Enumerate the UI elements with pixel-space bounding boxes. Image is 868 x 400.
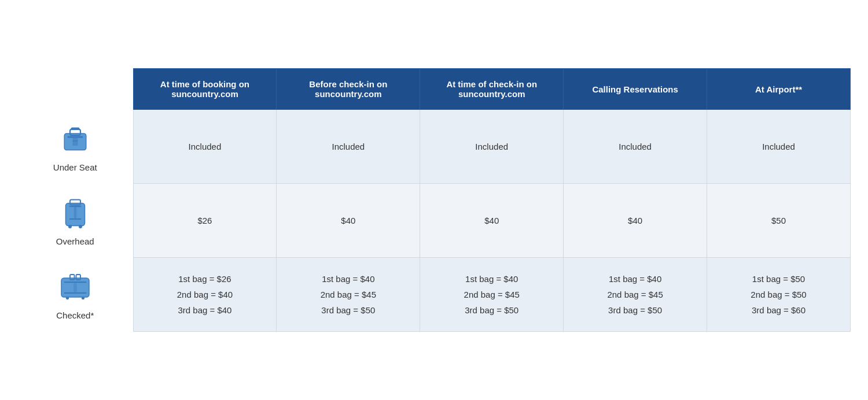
table-row: Checked* 1st bag = $262nd bag = $403rd b…: [17, 258, 851, 332]
cell-r2-c4: 1st bag = $502nd bag = $503rd bag = $60: [707, 258, 851, 332]
svg-point-22: [82, 296, 84, 299]
cell-line: 1st bag = $40: [284, 271, 413, 287]
table-row: Overhead $26$40$40$40$50: [17, 184, 851, 258]
cell-r2-c1: 1st bag = $402nd bag = $453rd bag = $50: [277, 258, 420, 332]
cell-line: 2nd bag = $40: [141, 287, 270, 302]
header-col1: At time of booking on suncountry.com: [133, 69, 277, 110]
header-col5: At Airport**: [707, 69, 851, 110]
row-label-container: Overhead: [23, 195, 127, 246]
svg-rect-10: [74, 207, 77, 218]
row-label-container: Under Seat: [23, 121, 127, 172]
row-label-text: Under Seat: [53, 162, 97, 172]
cell-r1-c1: $40: [277, 184, 420, 258]
svg-rect-20: [73, 283, 77, 292]
row-label-text: Checked*: [56, 310, 94, 320]
cell-r1-c2: $40: [420, 184, 564, 258]
header-col4: Calling Reservations: [564, 69, 707, 110]
row-label-overhead: Overhead: [17, 184, 133, 258]
cell-line: 2nd bag = $45: [571, 287, 700, 302]
cell-r1-c0: $26: [133, 184, 277, 258]
svg-rect-19: [64, 292, 86, 293]
row-label-text: Overhead: [56, 236, 94, 246]
cell-r0-c1: Included: [277, 110, 420, 184]
cell-r2-c2: 1st bag = $402nd bag = $453rd bag = $50: [420, 258, 564, 332]
cell-r1-c3: $40: [564, 184, 707, 258]
cell-r1-c4: $50: [707, 184, 851, 258]
svg-point-21: [66, 296, 69, 299]
cell-line: 3rd bag = $50: [571, 302, 700, 318]
svg-rect-3: [67, 136, 83, 138]
cell-r2-c3: 1st bag = $402nd bag = $453rd bag = $50: [564, 258, 707, 332]
svg-rect-2: [71, 127, 79, 130]
cell-line: 2nd bag = $45: [427, 287, 556, 302]
cell-r0-c3: Included: [564, 110, 707, 184]
underseat-icon: [58, 121, 93, 158]
svg-rect-8: [69, 206, 81, 207]
cell-r2-c0: 1st bag = $262nd bag = $403rd bag = $40: [133, 258, 277, 332]
svg-rect-5: [72, 140, 78, 142]
cell-line: 3rd bag = $50: [284, 302, 413, 318]
header-row-label: [17, 69, 133, 110]
cell-line: 3rd bag = $40: [141, 302, 270, 318]
header-col2: Before check-in on suncountry.com: [277, 69, 420, 110]
cell-line: 1st bag = $26: [141, 271, 270, 287]
header-col3: At time of check-in on suncountry.com: [420, 69, 564, 110]
svg-rect-9: [69, 218, 81, 219]
cell-line: 1st bag = $50: [714, 271, 843, 287]
row-label-underseat: Under Seat: [17, 110, 133, 184]
cell-line: 3rd bag = $60: [714, 302, 843, 318]
cell-line: 1st bag = $40: [427, 271, 556, 287]
cell-line: 1st bag = $40: [571, 271, 700, 287]
cell-r0-c4: Included: [707, 110, 851, 184]
baggage-fee-table: At time of booking on suncountry.com Bef…: [17, 68, 851, 332]
cell-line: 3rd bag = $50: [427, 302, 556, 318]
checked-icon: [58, 269, 93, 306]
cell-r0-c0: Included: [133, 110, 277, 184]
cell-r0-c2: Included: [420, 110, 564, 184]
cell-line: 2nd bag = $50: [714, 287, 843, 302]
row-label-container: Checked*: [23, 269, 127, 320]
svg-rect-18: [64, 282, 86, 283]
table-row: Under Seat IncludedIncludedIncludedInclu…: [17, 110, 851, 184]
cell-line: 2nd bag = $45: [284, 287, 413, 302]
overhead-icon: [58, 195, 93, 232]
svg-rect-4: [72, 138, 78, 146]
row-label-checked: Checked*: [17, 258, 133, 332]
